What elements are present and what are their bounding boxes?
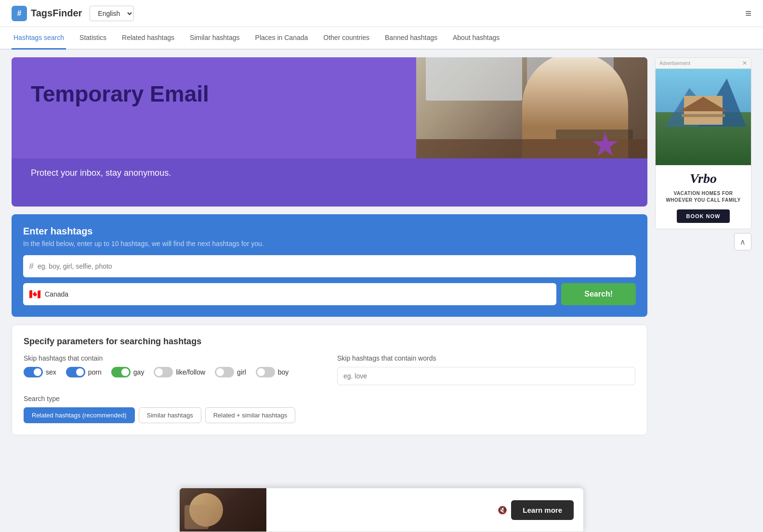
country-flag: 🇨🇦 <box>29 288 41 300</box>
toggle-porn-label: porn <box>88 368 102 376</box>
country-selector[interactable]: 🇨🇦 Canada <box>23 283 556 305</box>
nav: Hashtags search Statistics Related hasht… <box>0 27 763 50</box>
logo-icon: # <box>12 6 27 21</box>
skip-words-label: Skip hashtags that contain words <box>337 354 635 362</box>
search-button[interactable]: Search! <box>561 283 636 305</box>
toggle-sex-label: sex <box>46 368 56 376</box>
main-layout: Temporary Email <box>0 50 763 443</box>
ad-close-icon[interactable]: ✕ <box>742 60 747 66</box>
nav-item-other-countries[interactable]: Other countries <box>321 27 371 50</box>
logo[interactable]: # TagsFinder <box>12 6 82 21</box>
nav-item-about[interactable]: About hashtags <box>451 27 501 50</box>
nav-item-banned[interactable]: Banned hashtags <box>383 27 439 50</box>
toggle-boy-label: boy <box>278 368 289 376</box>
ad-content-area: Vrbo VACATION HOMES FOR WHOEVER YOU CALL… <box>656 165 751 229</box>
ad-box: Advertisement ✕ Vrbo VACATION HOMES FOR … <box>655 57 751 229</box>
toggle-gay[interactable]: gay <box>111 367 145 377</box>
logo-text: TagsFinder <box>31 8 82 19</box>
skip-label: Skip hashtags that contain <box>24 354 322 362</box>
nav-item-places[interactable]: Places in Canada <box>253 27 310 50</box>
search-type-label: Search type <box>24 395 635 402</box>
toggle-sex[interactable]: sex <box>24 367 56 377</box>
params-title: Specify parameters for searching hashtag… <box>24 337 635 347</box>
ad-brand: Vrbo <box>690 171 717 186</box>
radio-similar[interactable]: Similar hashtags <box>139 407 201 423</box>
header: # TagsFinder English ≡ <box>0 0 763 27</box>
search-title: Enter hashtags <box>23 226 636 237</box>
banner-text-area: Temporary Email <box>12 57 228 158</box>
toggle-likefollow-label: like/follow <box>176 368 205 376</box>
ad-tagline: VACATION HOMES FOR WHOEVER YOU CALL FAMI… <box>661 190 745 204</box>
toggle-row: sex porn <box>24 367 322 377</box>
hash-symbol: # <box>29 261 34 272</box>
banner-title: Temporary Email <box>31 81 209 107</box>
toggle-girl[interactable]: girl <box>215 367 246 377</box>
search-bottom-row: 🇨🇦 Canada Search! <box>23 283 636 305</box>
nav-item-similar-hashtags[interactable]: Similar hashtags <box>188 27 242 50</box>
country-name: Canada <box>45 290 68 298</box>
sidebar: Advertisement ✕ Vrbo VACATION HOMES FOR … <box>655 57 751 435</box>
banner-subtitle: Protect your inbox, stay anonymous. <box>31 168 628 178</box>
ad-label: Advertisement <box>659 61 690 66</box>
radio-related-similar[interactable]: Related + similar hashtags <box>205 407 296 423</box>
params-box: Specify parameters for searching hashtag… <box>12 324 647 435</box>
toggle-boy[interactable]: boy <box>256 367 289 377</box>
toggle-porn[interactable]: porn <box>66 367 102 377</box>
toggle-girl-label: girl <box>237 368 246 376</box>
hamburger-button[interactable]: ≡ <box>745 7 751 20</box>
search-box: Enter hashtags In the field below, enter… <box>12 214 647 317</box>
search-type-row: Related hashtags (recommended) Similar h… <box>24 407 635 423</box>
ad-image-area <box>656 69 751 165</box>
toggle-likefollow[interactable]: like/follow <box>154 367 205 377</box>
nav-item-statistics[interactable]: Statistics <box>78 27 108 50</box>
ad-header-bar: Advertisement ✕ <box>656 58 751 69</box>
nav-item-related-hashtags[interactable]: Related hashtags <box>120 27 176 50</box>
radio-related-recommended[interactable]: Related hashtags (recommended) <box>24 407 135 423</box>
nav-item-hashtags-search[interactable]: Hashtags search <box>12 27 66 50</box>
content: Temporary Email <box>12 57 647 435</box>
banner: Temporary Email <box>12 57 647 207</box>
search-input-container: # <box>23 255 636 277</box>
toggle-gay-label: gay <box>133 368 145 376</box>
language-select[interactable]: English <box>90 6 134 21</box>
scroll-top-button[interactable]: ∧ <box>734 233 751 250</box>
search-description: In the field below, enter up to 10 hasht… <box>23 240 636 247</box>
skip-words-input[interactable] <box>337 367 635 385</box>
banner-bottom: Protect your inbox, stay anonymous. <box>12 158 647 188</box>
ad-cta-button[interactable]: BOOK NOW <box>677 209 730 223</box>
hashtag-search-input[interactable] <box>38 262 630 270</box>
